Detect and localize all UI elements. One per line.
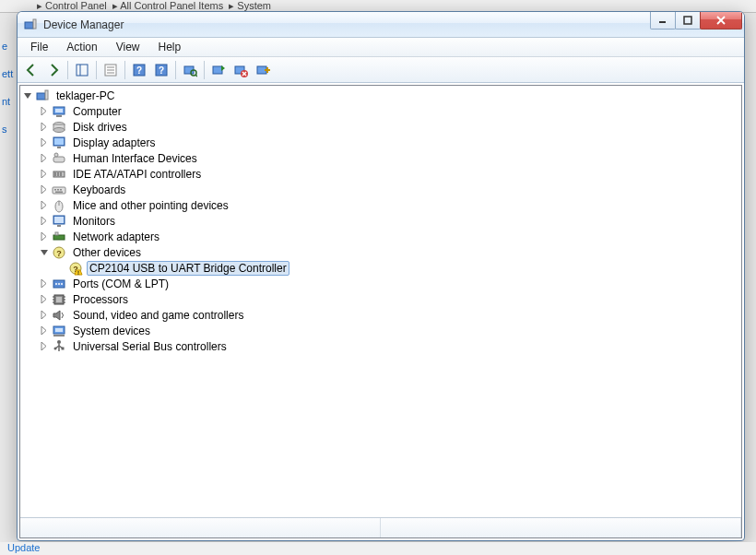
bottom-fragment: Update xyxy=(0,542,756,555)
tree-item[interactable]: Human Interface Devices xyxy=(20,150,741,166)
toolbar-help-topics-button[interactable] xyxy=(151,60,171,80)
tree-item[interactable]: Monitors xyxy=(20,213,741,229)
maximize-button[interactable] xyxy=(675,12,701,30)
pc-icon xyxy=(35,89,50,103)
tree-item-label: Other devices xyxy=(70,245,144,260)
toolbar-separator xyxy=(175,61,176,79)
toolbar-separator xyxy=(96,61,97,79)
tree-item[interactable]: Processors xyxy=(20,291,741,307)
menu-file[interactable]: File xyxy=(21,39,57,55)
hid-icon xyxy=(52,151,66,166)
toolbar-separator xyxy=(204,61,205,79)
toolbar-add-legacy-button[interactable] xyxy=(253,60,273,80)
tree-item[interactable]: CP2104 USB to UART Bridge Controller xyxy=(20,260,741,276)
tree-item[interactable]: Display adapters xyxy=(20,135,741,150)
tree-item-label: Disk drives xyxy=(70,120,130,135)
menubar: File Action View Help xyxy=(18,38,744,57)
tree-item[interactable]: Ports (COM & LPT) xyxy=(20,276,741,291)
tree-item-label: Computer xyxy=(70,104,124,119)
expand-icon[interactable] xyxy=(41,123,49,131)
ide-icon xyxy=(52,167,66,182)
toolbar-update-driver-button[interactable] xyxy=(208,60,229,80)
toolbar-uninstall-button[interactable] xyxy=(230,60,251,80)
toolbar-separator xyxy=(67,61,68,79)
expand-icon[interactable] xyxy=(41,217,49,225)
expand-icon[interactable] xyxy=(41,185,49,194)
mouse-icon xyxy=(52,198,66,213)
tree-item[interactable]: Sound, video and game controllers xyxy=(20,307,741,323)
content-area: teklager-PCComputerDisk drivesDisplay ad… xyxy=(19,85,742,538)
collapse-icon[interactable] xyxy=(24,91,32,100)
ports-icon xyxy=(52,277,66,291)
expand-icon[interactable] xyxy=(41,107,49,115)
window-title: Device Manager xyxy=(43,18,744,31)
tree-item-label: CP2104 USB to UART Bridge Controller xyxy=(87,261,289,276)
expand-icon[interactable] xyxy=(41,279,49,288)
expand-icon[interactable] xyxy=(41,138,49,147)
status-cell xyxy=(20,518,381,537)
device-tree[interactable]: teklager-PCComputerDisk drivesDisplay ad… xyxy=(20,86,741,517)
sound-icon xyxy=(52,308,66,323)
tree-item-label: Universal Serial Bus controllers xyxy=(70,339,230,354)
disk-icon xyxy=(52,120,66,135)
toolbar-forward-button[interactable] xyxy=(43,60,64,80)
svg-rect-73 xyxy=(684,17,691,24)
expand-icon[interactable] xyxy=(41,295,49,303)
tree-item-label: Sound, video and game controllers xyxy=(70,308,246,323)
close-button[interactable] xyxy=(700,12,742,30)
display-icon xyxy=(52,136,66,150)
status-cell xyxy=(381,518,741,537)
toolbar-separator xyxy=(124,61,125,79)
keyboard-icon xyxy=(52,183,66,197)
toolbar-properties-button[interactable] xyxy=(100,60,121,80)
network-icon xyxy=(52,230,66,244)
expand-icon[interactable] xyxy=(41,342,49,350)
tree-item[interactable]: System devices xyxy=(20,323,741,338)
expand-icon[interactable] xyxy=(41,311,49,319)
tree-item-label: Human Interface Devices xyxy=(70,151,200,166)
tree-item[interactable]: Keyboards xyxy=(20,182,741,197)
other-icon xyxy=(52,245,66,260)
expand-icon[interactable] xyxy=(41,170,49,178)
device-manager-window: Device Manager File Action View Help tek… xyxy=(17,11,745,541)
menu-action[interactable]: Action xyxy=(57,39,106,55)
expand-icon[interactable] xyxy=(41,201,49,209)
expand-icon[interactable] xyxy=(41,154,49,162)
system-icon xyxy=(52,324,66,338)
toolbar-tree-button[interactable] xyxy=(72,60,92,80)
tree-item-label: Network adapters xyxy=(70,230,162,244)
tree-item[interactable]: IDE ATA/ATAPI controllers xyxy=(20,166,741,182)
toolbar-scan-button[interactable] xyxy=(180,60,200,80)
tree-item[interactable]: Disk drives xyxy=(20,119,741,135)
tree-item[interactable]: Network adapters xyxy=(20,229,741,244)
monitor-icon xyxy=(52,214,66,229)
tree-item-label: Processors xyxy=(70,292,131,307)
collapse-icon[interactable] xyxy=(41,248,49,256)
tree-item-label: IDE ATA/ATAPI controllers xyxy=(70,167,204,182)
tree-item-label: Ports (COM & LPT) xyxy=(70,277,171,291)
usb-icon xyxy=(52,339,66,354)
toolbar xyxy=(18,57,744,83)
tree-item-label: Keyboards xyxy=(70,183,128,197)
computer-icon xyxy=(52,104,66,119)
minimize-button[interactable] xyxy=(650,12,676,30)
tree-item[interactable]: Other devices xyxy=(20,244,741,260)
window-controls xyxy=(651,12,742,30)
tree-item-label: Mice and other pointing devices xyxy=(70,198,231,213)
other-warn-icon xyxy=(68,261,83,276)
toolbar-help-button[interactable] xyxy=(129,60,149,80)
expand-icon[interactable] xyxy=(41,326,49,335)
expand-icon[interactable] xyxy=(41,232,49,241)
titlebar[interactable]: Device Manager xyxy=(18,12,744,38)
expand-icon xyxy=(57,264,65,272)
toolbar-back-button[interactable] xyxy=(21,60,41,80)
menu-view[interactable]: View xyxy=(107,39,149,55)
tree-item[interactable]: Mice and other pointing devices xyxy=(20,197,741,213)
processor-icon xyxy=(52,292,66,307)
tree-item-label: Display adapters xyxy=(70,136,158,150)
tree-item[interactable]: Universal Serial Bus controllers xyxy=(20,338,741,354)
tree-item[interactable]: Computer xyxy=(20,103,741,119)
menu-help[interactable]: Help xyxy=(149,39,191,55)
tree-item-label: System devices xyxy=(70,324,153,338)
tree-item[interactable]: teklager-PC xyxy=(20,88,741,103)
